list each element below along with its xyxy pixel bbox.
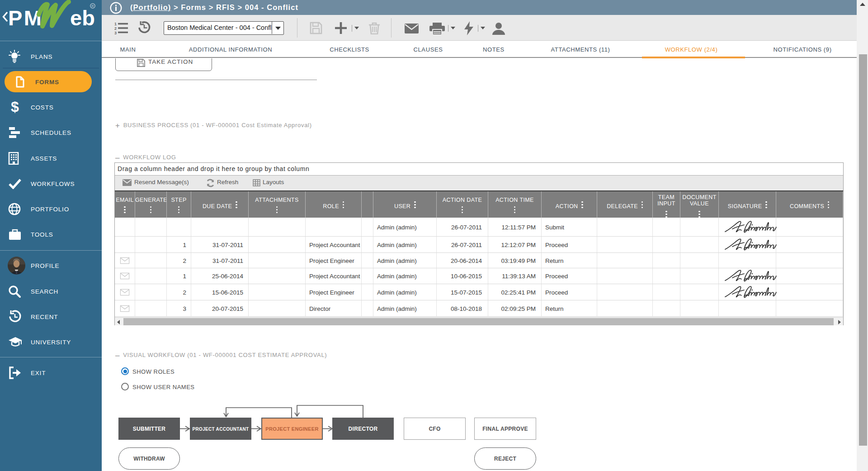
svg-text:1: 1	[114, 22, 117, 26]
svg-text:PM: PM	[8, 6, 43, 30]
svg-text:$: $	[11, 100, 19, 115]
svg-text:eb: eb	[70, 6, 95, 30]
svg-text:2: 2	[114, 26, 117, 31]
svg-text:3: 3	[114, 31, 117, 34]
svg-text:R: R	[91, 4, 94, 8]
